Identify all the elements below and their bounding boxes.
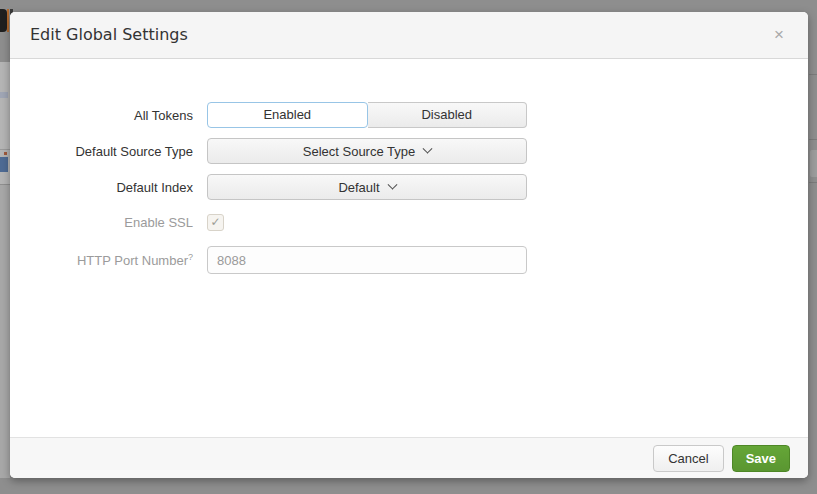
row-default-index: Default Index Default xyxy=(30,174,808,200)
default-source-type-label: Default Source Type xyxy=(30,144,193,159)
http-port-label: HTTP Port Number? xyxy=(30,252,193,268)
dimmed-page-row-line xyxy=(809,182,817,183)
modal-footer: Cancel Save xyxy=(10,437,808,478)
dimmed-page-divider xyxy=(0,184,10,185)
dimmed-page-left-strip xyxy=(0,185,10,478)
dimmed-page-heading-fragment xyxy=(0,9,7,32)
chevron-down-icon xyxy=(423,143,433,153)
default-index-value: Default xyxy=(338,180,379,195)
save-button[interactable]: Save xyxy=(732,445,790,472)
modal-header: Edit Global Settings × xyxy=(10,12,808,59)
http-port-input xyxy=(207,246,527,274)
default-source-type-dropdown[interactable]: Select Source Type xyxy=(207,138,527,164)
row-http-port: HTTP Port Number? xyxy=(30,246,808,274)
all-tokens-disabled-button[interactable]: Disabled xyxy=(368,102,528,128)
all-tokens-button-group: Enabled Disabled xyxy=(207,102,527,128)
dimmed-page-text-fragment xyxy=(0,157,8,172)
dimmed-page-text-fragment xyxy=(0,92,8,98)
enable-ssl-label: Enable SSL xyxy=(30,215,193,230)
default-index-label: Default Index xyxy=(30,180,193,195)
help-marker: ? xyxy=(188,252,193,262)
dimmed-page-row-line xyxy=(809,139,817,140)
dimmed-page-row-line xyxy=(809,74,817,75)
all-tokens-label: All Tokens xyxy=(30,108,193,123)
row-all-tokens: All Tokens Enabled Disabled xyxy=(30,102,808,128)
default-source-type-value: Select Source Type xyxy=(303,144,416,159)
modal-title: Edit Global Settings xyxy=(10,12,808,58)
edit-global-settings-modal: Edit Global Settings × All Tokens Enable… xyxy=(10,12,808,478)
row-enable-ssl: Enable SSL ✓ xyxy=(30,212,808,232)
modal-body: All Tokens Enabled Disabled Default Sour… xyxy=(10,59,808,437)
all-tokens-enabled-button[interactable]: Enabled xyxy=(207,102,368,128)
default-index-dropdown[interactable]: Default xyxy=(207,174,527,200)
cancel-button[interactable]: Cancel xyxy=(653,445,723,472)
row-default-source-type: Default Source Type Select Source Type xyxy=(30,138,808,164)
dimmed-page-heading-fragment xyxy=(7,9,9,32)
dimmed-page-button-fragment xyxy=(810,150,817,177)
chevron-down-icon xyxy=(387,179,397,189)
dimmed-page-text-fragment xyxy=(4,152,7,155)
dimmed-page-divider xyxy=(0,149,10,150)
enable-ssl-checkbox: ✓ xyxy=(207,214,224,231)
close-icon[interactable]: × xyxy=(770,12,788,58)
